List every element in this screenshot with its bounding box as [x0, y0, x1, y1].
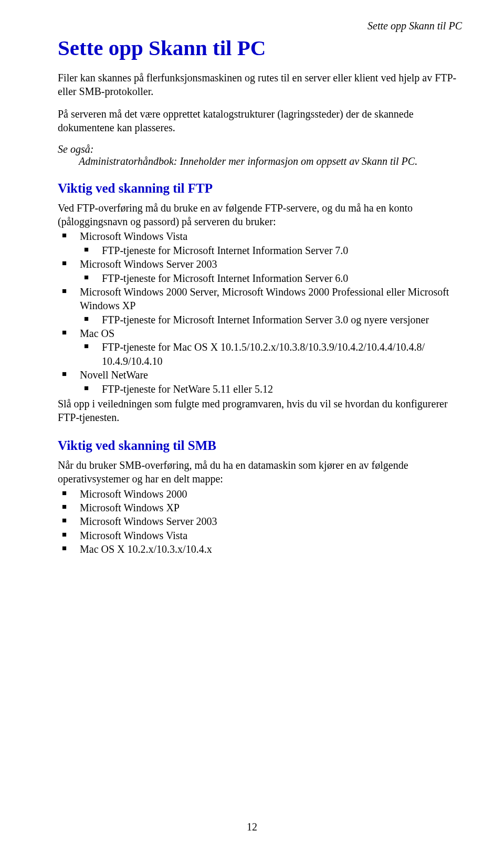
list-item-label: Mac OS X 10.2.x/10.3.x/10.4.x [80, 543, 212, 555]
smb-lead: Når du bruker SMB-overføring, må du ha e… [58, 458, 462, 486]
list-item-label: Microsoft Windows Server 2003 [80, 258, 217, 270]
list-item-label: Microsoft Windows XP [80, 502, 180, 513]
list-item-label: FTP-tjeneste for Microsoft Internet Info… [102, 245, 348, 256]
list-item: Microsoft Windows Server 2003 FTP-tjenes… [58, 257, 462, 285]
list-item: Mac OS FTP-tjeneste for Mac OS X 10.1.5/… [58, 327, 462, 368]
intro-paragraph-2: På serveren må det være opprettet katalo… [58, 107, 462, 135]
list-item: Microsoft Windows Server 2003 [58, 514, 462, 528]
list-item-label: FTP-tjeneste for Microsoft Internet Info… [102, 272, 348, 284]
page-number: 12 [0, 821, 504, 833]
list-item: FTP-tjeneste for Microsoft Internet Info… [80, 271, 462, 285]
list-item-label: Microsoft Windows Server 2003 [80, 516, 217, 527]
intro-paragraph-1: Filer kan skannes på flerfunksjonsmaskin… [58, 71, 462, 99]
list-item: FTP-tjeneste for NetWare 5.11 eller 5.12 [80, 382, 462, 396]
list-item-label: FTP-tjeneste for Microsoft Internet Info… [102, 314, 429, 325]
list-item-label: FTP-tjeneste for Mac OS X 10.1.5/10.2.x/… [102, 341, 425, 366]
list-item: Microsoft Windows Vista [58, 529, 462, 542]
running-header: Sette opp Skann til PC [58, 20, 462, 32]
list-item: Microsoft Windows 2000 [58, 487, 462, 501]
main-title: Sette opp Skann til PC [58, 35, 462, 60]
see-also-label: Se også: [58, 143, 93, 155]
list-item: Microsoft Windows XP [58, 501, 462, 514]
see-also-reference: Administratorhåndbok: Inneholder mer inf… [79, 155, 462, 167]
see-also: Se også: Administratorhåndbok: Inneholde… [58, 143, 462, 167]
smb-list: Microsoft Windows 2000 Microsoft Windows… [58, 487, 462, 556]
ftp-tail: Slå opp i veiledningen som fulgte med pr… [58, 397, 462, 425]
list-item-label: Microsoft Windows Vista [80, 230, 187, 242]
page: Sette opp Skann til PC Sette opp Skann t… [0, 0, 504, 852]
ftp-lead: Ved FTP-overføring må du bruke en av føl… [58, 201, 462, 229]
list-item: Microsoft Windows Vista FTP-tjeneste for… [58, 229, 462, 257]
list-item: Mac OS X 10.2.x/10.3.x/10.4.x [58, 542, 462, 556]
smb-heading: Viktig ved skanning til SMB [58, 438, 462, 453]
list-item-label: Microsoft Windows 2000 Server, Microsoft… [80, 286, 449, 311]
list-item-label: FTP-tjeneste for NetWare 5.11 eller 5.12 [102, 383, 273, 395]
list-item: FTP-tjeneste for Mac OS X 10.1.5/10.2.x/… [80, 340, 462, 368]
list-item: FTP-tjeneste for Microsoft Internet Info… [80, 313, 462, 327]
list-item: Novell NetWare FTP-tjeneste for NetWare … [58, 368, 462, 396]
list-item-label: Mac OS [80, 328, 114, 339]
ftp-list: Microsoft Windows Vista FTP-tjeneste for… [58, 229, 462, 396]
list-item-label: Novell NetWare [80, 369, 148, 381]
list-item-label: Microsoft Windows 2000 [80, 488, 187, 500]
list-item-label: Microsoft Windows Vista [80, 530, 187, 541]
list-item: FTP-tjeneste for Microsoft Internet Info… [80, 244, 462, 257]
ftp-heading: Viktig ved skanning til FTP [58, 181, 462, 196]
list-item: Microsoft Windows 2000 Server, Microsoft… [58, 285, 462, 327]
